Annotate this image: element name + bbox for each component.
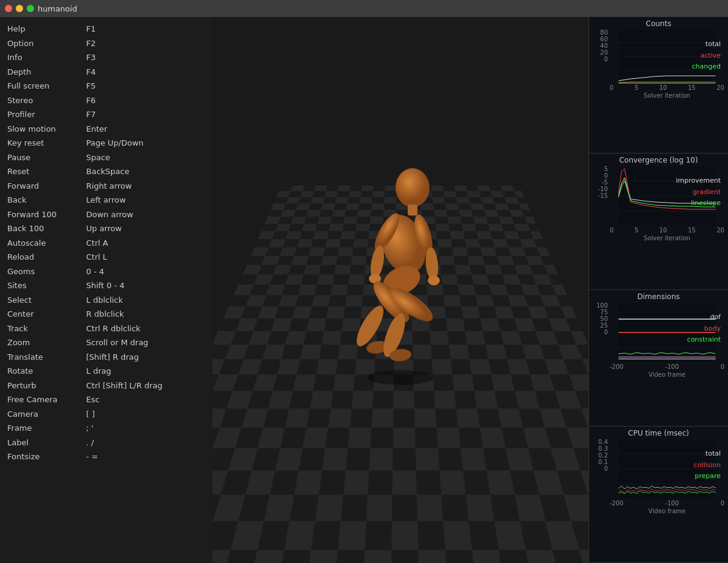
convergence-x-axis-label: Solver iteration xyxy=(610,235,724,241)
shortcut-value: Ctrl [Shift] L/R drag xyxy=(86,380,163,392)
shortcut-row: BackLeft arrow xyxy=(7,193,205,207)
convergence-title: Convergence (log 10) xyxy=(593,156,724,164)
close-button[interactable] xyxy=(5,5,12,12)
shortcut-row: Key resetPage Up/Down xyxy=(7,136,205,150)
shortcut-value: Ctrl R dblclick xyxy=(86,323,141,335)
counts-x-axis-label: Solver iteration xyxy=(610,92,724,99)
dimensions-chart-panel: Dimensions 100 75 50 25 0 xyxy=(589,290,728,426)
shortcut-row: TrackCtrl R dblclick xyxy=(7,322,205,336)
counts-legend: total active changed xyxy=(692,39,721,73)
shortcut-value: - = xyxy=(86,451,98,463)
minimize-button[interactable] xyxy=(16,5,23,12)
shortcut-row: AutoscaleCtrl A xyxy=(7,236,205,251)
cputime-x-axis-label: Video frame xyxy=(610,508,724,514)
shortcut-key: Reset xyxy=(7,166,86,178)
shortcut-row: ZoomScroll or M drag xyxy=(7,335,205,350)
shortcut-row: Frame; ' xyxy=(7,421,205,436)
shortcut-key: Full screen xyxy=(7,80,86,92)
shortcut-key: Center xyxy=(7,308,86,320)
shortcut-key: Back 100 xyxy=(7,223,86,235)
dimensions-chart-svg-wrap: dof body constraint -200 -100 0 Video fr… xyxy=(610,302,724,378)
dimensions-chart-wrapper: 100 75 50 25 0 xyxy=(593,302,724,378)
shortcut-key: Autoscale xyxy=(7,237,86,249)
shortcut-value: Left arrow xyxy=(86,194,126,206)
shortcut-row: ProfilerF7 xyxy=(7,107,205,122)
legend-constraint: constraint xyxy=(687,334,721,346)
shortcuts-panel: HelpF1OptionF2InfoF3DepthF4Full screenF5… xyxy=(0,17,212,563)
shortcut-key: Select xyxy=(7,294,86,306)
shortcut-key: Info xyxy=(7,52,86,64)
shortcut-value: Page Up/Down xyxy=(86,137,144,149)
shortcut-row: Geoms0 - 4 xyxy=(7,265,205,279)
shortcut-value: Scroll or M drag xyxy=(86,337,148,349)
shortcut-row: CenterR dblclick xyxy=(7,307,205,322)
legend-prepare: prepare xyxy=(694,471,721,482)
shortcut-value: BackSpace xyxy=(86,166,129,178)
shortcut-row: SitesShift 0 - 4 xyxy=(7,278,205,293)
counts-title: Counts xyxy=(593,19,724,28)
shortcut-row: PerturbCtrl [Shift] L/R drag xyxy=(7,379,205,393)
counts-x-labels: 0 5 10 15 20 xyxy=(610,84,724,91)
convergence-chart-wrapper: 5 0 -5 -10 -15 xyxy=(593,166,724,241)
legend-lineslope: lineslope xyxy=(676,198,721,209)
shortcut-row: Fontsize- = xyxy=(7,450,205,464)
legend-dof: dof xyxy=(687,312,721,323)
viewport[interactable] xyxy=(212,17,588,563)
legend-collision: collision xyxy=(694,460,721,471)
maximize-button[interactable] xyxy=(27,5,34,12)
cputime-chart-svg-wrap: total collision prepare -200 -100 0 Vide… xyxy=(610,439,724,514)
shortcut-value: Ctrl A xyxy=(86,237,108,249)
shortcut-row: ResetBackSpace xyxy=(7,164,205,179)
humanoid-figure xyxy=(334,162,467,394)
counts-chart-svg-wrap: total active changed 0 5 10 15 20 Solver… xyxy=(610,29,724,99)
convergence-legend: improvement gradient lineslope xyxy=(676,175,721,209)
shortcut-key: Sites xyxy=(7,280,86,292)
shortcut-row: Back 100Up arrow xyxy=(7,221,205,236)
counts-chart-wrapper: 80 60 40 20 0 xyxy=(593,29,724,99)
shortcut-value: F6 xyxy=(86,95,96,107)
shortcut-value: Right arrow xyxy=(86,180,132,192)
shortcut-value: R dblclick xyxy=(86,308,124,320)
shortcut-value: Up arrow xyxy=(86,223,122,235)
svg-point-16 xyxy=(367,370,434,385)
svg-point-0 xyxy=(396,168,430,207)
shortcut-key: Rotate xyxy=(7,365,86,377)
shortcut-row: Free CameraEsc xyxy=(7,393,205,407)
shortcut-row: Slow motionEnter xyxy=(7,122,205,137)
convergence-x-labels: 0 5 10 15 20 xyxy=(610,227,724,234)
shortcut-value: ; ' xyxy=(86,422,93,434)
shortcut-key: Profiler xyxy=(7,109,86,121)
shortcut-value: Shift 0 - 4 xyxy=(86,280,124,292)
shortcut-key: Depth xyxy=(7,66,86,78)
main-layout: HelpF1OptionF2InfoF3DepthF4Full screenF5… xyxy=(0,17,728,563)
shortcut-key: Track xyxy=(7,323,86,335)
legend-cputime-total: total xyxy=(694,448,721,460)
dimensions-x-axis-label: Video frame xyxy=(610,371,724,378)
shortcut-row: PauseSpace xyxy=(7,150,205,165)
shortcut-value: F3 xyxy=(86,52,96,64)
shortcut-row: Full screenF5 xyxy=(7,79,205,93)
shortcut-value: 0 - 4 xyxy=(86,266,104,278)
dimensions-y-axis: 100 75 50 25 0 xyxy=(593,302,610,335)
shortcut-key: Forward xyxy=(7,180,86,192)
shortcut-key: Slow motion xyxy=(7,123,86,135)
shortcut-value: F4 xyxy=(86,66,96,78)
counts-chart-panel: Counts 80 60 40 20 0 xyxy=(589,17,728,153)
shortcut-value: F1 xyxy=(86,23,96,35)
cputime-chart-panel: CPU time (msec) 0.4 0.3 0.2 0.1 0 xyxy=(589,426,728,563)
shortcut-value: . / xyxy=(86,437,94,449)
shortcut-key: Back xyxy=(7,194,86,206)
legend-body: body xyxy=(687,323,721,335)
shortcut-value: [Shift] R drag xyxy=(86,351,139,363)
shortcut-row: HelpF1 xyxy=(7,22,205,36)
svg-rect-1 xyxy=(408,204,417,215)
shortcut-value: Enter xyxy=(86,123,107,135)
legend-gradient: gradient xyxy=(676,187,721,198)
titlebar: humanoid xyxy=(0,0,728,17)
shortcut-row: OptionF2 xyxy=(7,36,205,51)
shortcut-value: L drag xyxy=(86,365,111,377)
convergence-chart-svg-wrap: improvement gradient lineslope 0 5 10 15… xyxy=(610,166,724,241)
shortcut-row: Label. / xyxy=(7,436,205,450)
shortcut-key: Zoom xyxy=(7,337,86,349)
shortcut-key: Option xyxy=(7,38,86,50)
